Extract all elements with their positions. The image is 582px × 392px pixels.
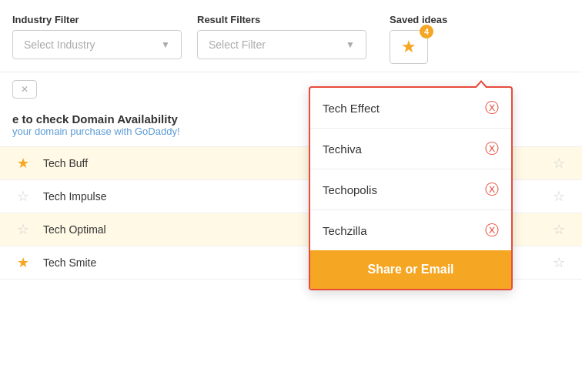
industry-select-placeholder: Select Industry	[24, 39, 95, 51]
star-left-icon[interactable]: ★	[12, 254, 34, 271]
popup-list-item[interactable]: Tech Effectⓧ	[310, 88, 511, 129]
popup-items-list: Tech EffectⓧTechivaⓧTechopolisⓧTechzilla…	[310, 88, 511, 250]
remove-item-icon[interactable]: ⓧ	[485, 221, 499, 240]
remove-item-icon[interactable]: ⓧ	[485, 99, 499, 117]
industry-filter-select[interactable]: Select Industry ▼	[12, 30, 182, 59]
popup-list-item[interactable]: Techzillaⓧ	[310, 210, 511, 250]
star-right-icon[interactable]: ☆	[548, 188, 570, 205]
remove-item-icon[interactable]: ⓧ	[485, 139, 499, 158]
remove-item-icon[interactable]: ⓧ	[485, 180, 499, 199]
popup-item-name: Techzilla	[323, 224, 367, 237]
star-left-icon[interactable]: ☆	[12, 188, 34, 205]
saved-ideas-button[interactable]: ★ 4	[390, 30, 428, 64]
star-icon: ★	[401, 37, 416, 57]
saved-ideas-badge: 4	[420, 25, 433, 39]
chevron-down-icon: ▼	[346, 39, 355, 50]
popup-item-name: Techiva	[323, 142, 362, 156]
star-right-icon[interactable]: ☆	[548, 221, 570, 238]
industry-filter-group: Industry Filter Select Industry ▼	[12, 14, 182, 59]
result-filter-placeholder: Select Filter	[209, 39, 266, 51]
popup-list-item[interactable]: Techivaⓧ	[310, 129, 511, 169]
saved-ideas-group: Saved ideas ★ 4	[390, 14, 447, 64]
chevron-down-icon: ▼	[161, 39, 170, 50]
result-filter-select[interactable]: Select Filter ▼	[197, 30, 366, 59]
share-or-email-button[interactable]: Share or Email	[310, 250, 511, 289]
industry-filter-label: Industry Filter	[12, 14, 182, 25]
popup-item-name: Techopolis	[323, 183, 377, 196]
star-right-icon[interactable]: ☆	[548, 155, 570, 172]
tag-item[interactable]: ✕	[12, 80, 37, 99]
popup-list-item[interactable]: Techopolisⓧ	[310, 169, 511, 210]
result-filters-label: Result Filters	[197, 14, 366, 25]
saved-ideas-label: Saved ideas	[390, 14, 447, 25]
popup-arrow-inner	[476, 82, 487, 89]
filter-bar: Industry Filter Select Industry ▼ Result…	[0, 0, 582, 72]
star-right-icon[interactable]: ☆	[548, 254, 570, 271]
star-left-icon[interactable]: ☆	[12, 221, 34, 238]
close-icon: ✕	[21, 84, 28, 95]
saved-ideas-popup: Tech EffectⓧTechivaⓧTechopolisⓧTechzilla…	[309, 86, 513, 290]
popup-item-name: Tech Effect	[323, 102, 380, 115]
star-left-icon[interactable]: ★	[12, 155, 34, 172]
result-filters-group: Result Filters Select Filter ▼	[197, 14, 366, 59]
